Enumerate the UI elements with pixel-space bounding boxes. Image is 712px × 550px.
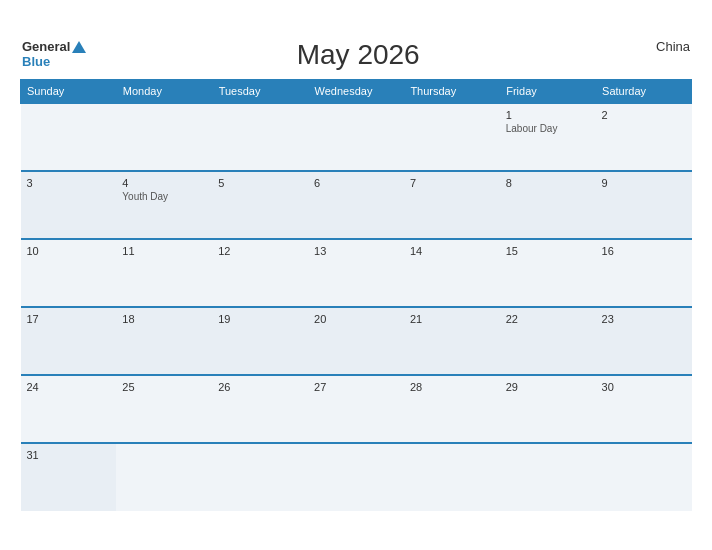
calendar-cell: 27 <box>308 375 404 443</box>
logo-blue-text: Blue <box>22 54 50 69</box>
calendar-cell: 30 <box>596 375 692 443</box>
day-number: 17 <box>27 313 111 325</box>
calendar-cell: 25 <box>116 375 212 443</box>
calendar-container: General Blue May 2026 China SundayMonday… <box>10 29 702 521</box>
calendar-cell: 5 <box>212 171 308 239</box>
calendar-header: General Blue May 2026 China <box>20 39 692 71</box>
day-number: 25 <box>122 381 206 393</box>
calendar-cell <box>116 443 212 511</box>
calendar-cell: 17 <box>21 307 117 375</box>
calendar-cell: 4Youth Day <box>116 171 212 239</box>
weekday-header-friday: Friday <box>500 80 596 104</box>
calendar-thead: SundayMondayTuesdayWednesdayThursdayFrid… <box>21 80 692 104</box>
calendar-cell <box>308 103 404 171</box>
calendar-cell <box>500 443 596 511</box>
calendar-cell <box>404 103 500 171</box>
calendar-cell: 23 <box>596 307 692 375</box>
day-number: 30 <box>602 381 686 393</box>
calendar-cell: 3 <box>21 171 117 239</box>
calendar-cell: 31 <box>21 443 117 511</box>
calendar-cell: 13 <box>308 239 404 307</box>
day-number: 8 <box>506 177 590 189</box>
day-number: 5 <box>218 177 302 189</box>
calendar-cell: 2 <box>596 103 692 171</box>
day-number: 1 <box>506 109 590 121</box>
calendar-week-row: 17181920212223 <box>21 307 692 375</box>
calendar-cell <box>21 103 117 171</box>
calendar-cell: 11 <box>116 239 212 307</box>
day-number: 24 <box>27 381 111 393</box>
calendar-cell: 9 <box>596 171 692 239</box>
calendar-table: SundayMondayTuesdayWednesdayThursdayFrid… <box>20 79 692 511</box>
calendar-cell: 21 <box>404 307 500 375</box>
day-number: 13 <box>314 245 398 257</box>
weekday-header-wednesday: Wednesday <box>308 80 404 104</box>
calendar-week-row: 31 <box>21 443 692 511</box>
calendar-cell <box>596 443 692 511</box>
day-number: 26 <box>218 381 302 393</box>
calendar-cell: 28 <box>404 375 500 443</box>
weekday-header-tuesday: Tuesday <box>212 80 308 104</box>
calendar-cell <box>212 443 308 511</box>
calendar-cell: 24 <box>21 375 117 443</box>
day-number: 20 <box>314 313 398 325</box>
calendar-cell <box>116 103 212 171</box>
weekday-header-saturday: Saturday <box>596 80 692 104</box>
day-number: 18 <box>122 313 206 325</box>
day-number: 6 <box>314 177 398 189</box>
calendar-week-row: 34Youth Day56789 <box>21 171 692 239</box>
calendar-cell: 7 <box>404 171 500 239</box>
calendar-cell: 18 <box>116 307 212 375</box>
calendar-cell <box>308 443 404 511</box>
day-number: 21 <box>410 313 494 325</box>
calendar-week-row: 10111213141516 <box>21 239 692 307</box>
day-number: 11 <box>122 245 206 257</box>
calendar-body: 1Labour Day234Youth Day56789101112131415… <box>21 103 692 511</box>
day-number: 3 <box>27 177 111 189</box>
day-number: 29 <box>506 381 590 393</box>
calendar-cell: 14 <box>404 239 500 307</box>
calendar-cell: 12 <box>212 239 308 307</box>
calendar-cell: 10 <box>21 239 117 307</box>
calendar-cell: 19 <box>212 307 308 375</box>
calendar-cell: 22 <box>500 307 596 375</box>
day-number: 14 <box>410 245 494 257</box>
month-title: May 2026 <box>86 39 630 71</box>
logo: General Blue <box>22 39 86 69</box>
calendar-cell: 26 <box>212 375 308 443</box>
day-number: 2 <box>602 109 686 121</box>
day-number: 7 <box>410 177 494 189</box>
calendar-week-row: 1Labour Day2 <box>21 103 692 171</box>
day-number: 31 <box>27 449 111 461</box>
day-number: 27 <box>314 381 398 393</box>
day-number: 4 <box>122 177 206 189</box>
day-number: 10 <box>27 245 111 257</box>
calendar-cell <box>212 103 308 171</box>
weekday-header-row: SundayMondayTuesdayWednesdayThursdayFrid… <box>21 80 692 104</box>
calendar-cell: 1Labour Day <box>500 103 596 171</box>
calendar-cell: 29 <box>500 375 596 443</box>
calendar-cell: 6 <box>308 171 404 239</box>
day-number: 22 <box>506 313 590 325</box>
logo-triangle-icon <box>72 41 86 53</box>
calendar-cell: 8 <box>500 171 596 239</box>
weekday-header-sunday: Sunday <box>21 80 117 104</box>
day-number: 12 <box>218 245 302 257</box>
weekday-header-thursday: Thursday <box>404 80 500 104</box>
day-number: 9 <box>602 177 686 189</box>
calendar-cell <box>404 443 500 511</box>
day-number: 15 <box>506 245 590 257</box>
calendar-cell: 15 <box>500 239 596 307</box>
day-number: 28 <box>410 381 494 393</box>
holiday-name: Labour Day <box>506 123 590 134</box>
logo-general-text: General <box>22 39 70 54</box>
holiday-name: Youth Day <box>122 191 206 202</box>
day-number: 23 <box>602 313 686 325</box>
day-number: 19 <box>218 313 302 325</box>
weekday-header-monday: Monday <box>116 80 212 104</box>
calendar-week-row: 24252627282930 <box>21 375 692 443</box>
country-label: China <box>630 39 690 54</box>
calendar-cell: 16 <box>596 239 692 307</box>
calendar-cell: 20 <box>308 307 404 375</box>
day-number: 16 <box>602 245 686 257</box>
